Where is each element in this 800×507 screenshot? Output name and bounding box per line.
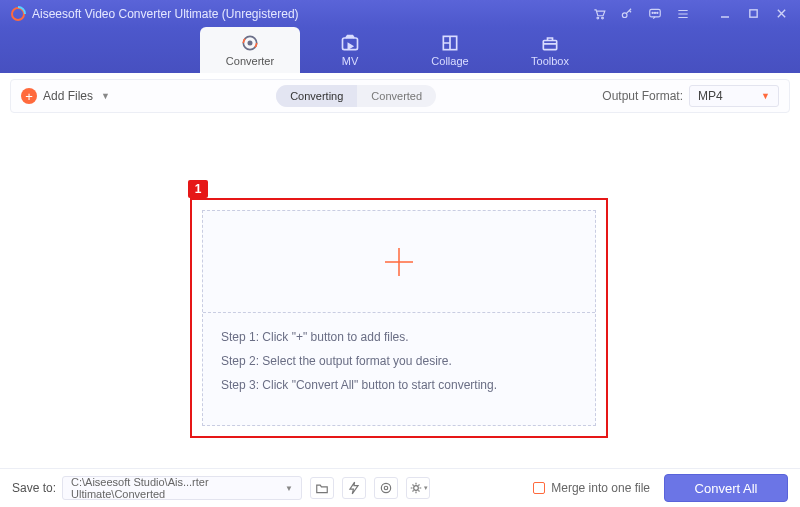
- tab-toolbox[interactable]: Toolbox: [500, 27, 600, 73]
- task-settings-button[interactable]: ▾: [406, 477, 430, 499]
- maximize-icon[interactable]: [744, 5, 762, 23]
- segment-converted[interactable]: Converted: [357, 85, 436, 107]
- feedback-icon[interactable]: [646, 5, 664, 23]
- tab-label: MV: [342, 55, 359, 67]
- merge-checkbox[interactable]: Merge into one file: [533, 481, 650, 495]
- main-tabbar: Converter MV Collage Toolbox: [0, 27, 800, 73]
- convert-all-button[interactable]: Convert All: [664, 474, 788, 502]
- chevron-down-icon: ▼: [101, 91, 110, 101]
- bottom-bar: Save to: C:\Aiseesoft Studio\Ais...rter …: [0, 468, 800, 507]
- svg-rect-13: [543, 41, 556, 50]
- add-files-button[interactable]: + Add Files ▼: [21, 88, 110, 104]
- menu-icon[interactable]: [674, 5, 692, 23]
- svg-point-7: [657, 12, 658, 13]
- instruction-steps: Step 1: Click "+" button to add files. S…: [203, 313, 595, 425]
- svg-point-0: [12, 8, 24, 20]
- drop-zone-top: [203, 211, 595, 312]
- svg-point-1: [597, 17, 599, 19]
- add-files-label: Add Files: [43, 89, 93, 103]
- svg-point-14: [381, 483, 390, 492]
- svg-point-10: [248, 41, 251, 44]
- close-icon[interactable]: [772, 5, 790, 23]
- segment-converting[interactable]: Converting: [276, 85, 357, 107]
- titlebar: Aiseesoft Video Converter Ultimate (Unre…: [0, 0, 800, 27]
- output-format-select[interactable]: MP4 ▼: [689, 85, 779, 107]
- hw-accel-button[interactable]: [342, 477, 366, 499]
- chevron-down-icon: ▼: [285, 484, 293, 493]
- save-to-path-select[interactable]: C:\Aiseesoft Studio\Ais...rter Ultimate\…: [62, 476, 302, 500]
- svg-point-5: [652, 12, 653, 13]
- status-segment: Converting Converted: [276, 85, 436, 107]
- tab-converter[interactable]: Converter: [200, 27, 300, 73]
- cart-icon[interactable]: [590, 5, 608, 23]
- tab-mv[interactable]: MV: [300, 27, 400, 73]
- tab-label: Converter: [226, 55, 274, 67]
- key-icon[interactable]: [618, 5, 636, 23]
- svg-point-6: [654, 12, 655, 13]
- drop-zone[interactable]: Step 1: Click "+" button to add files. S…: [202, 210, 596, 426]
- annotation-callout: 1 Step 1: Click "+" button to add files.…: [190, 198, 608, 438]
- minimize-icon[interactable]: [716, 5, 734, 23]
- svg-point-2: [602, 17, 604, 19]
- output-format-value: MP4: [698, 89, 723, 103]
- checkbox-icon: [533, 482, 545, 494]
- open-folder-button[interactable]: [310, 477, 334, 499]
- merge-label: Merge into one file: [551, 481, 650, 495]
- tab-label: Collage: [431, 55, 468, 67]
- chevron-down-icon: ▼: [761, 91, 770, 101]
- svg-rect-8: [749, 10, 756, 17]
- step-text: Step 2: Select the output format you des…: [221, 349, 577, 373]
- svg-point-3: [622, 12, 627, 17]
- converter-icon: [240, 33, 260, 53]
- svg-point-16: [413, 486, 418, 491]
- annotation-badge: 1: [188, 180, 208, 198]
- add-big-plus-icon[interactable]: [379, 242, 419, 282]
- output-format-label: Output Format:: [602, 89, 683, 103]
- svg-point-15: [384, 486, 388, 490]
- mv-icon: [340, 33, 360, 53]
- save-to-label: Save to:: [12, 481, 56, 495]
- app-logo-icon: [10, 6, 26, 22]
- tab-label: Toolbox: [531, 55, 569, 67]
- window-title: Aiseesoft Video Converter Ultimate (Unre…: [32, 7, 299, 21]
- plus-icon: +: [21, 88, 37, 104]
- collage-icon: [440, 33, 460, 53]
- high-speed-button[interactable]: [374, 477, 398, 499]
- work-area: 1 Step 1: Click "+" button to add files.…: [0, 113, 800, 468]
- top-toolbar: + Add Files ▼ Converting Converted Outpu…: [10, 79, 790, 113]
- save-to-path-text: C:\Aiseesoft Studio\Ais...rter Ultimate\…: [71, 476, 285, 500]
- toolbox-icon: [540, 33, 560, 53]
- step-text: Step 1: Click "+" button to add files.: [221, 325, 577, 349]
- step-text: Step 3: Click "Convert All" button to st…: [221, 373, 577, 397]
- tab-collage[interactable]: Collage: [400, 27, 500, 73]
